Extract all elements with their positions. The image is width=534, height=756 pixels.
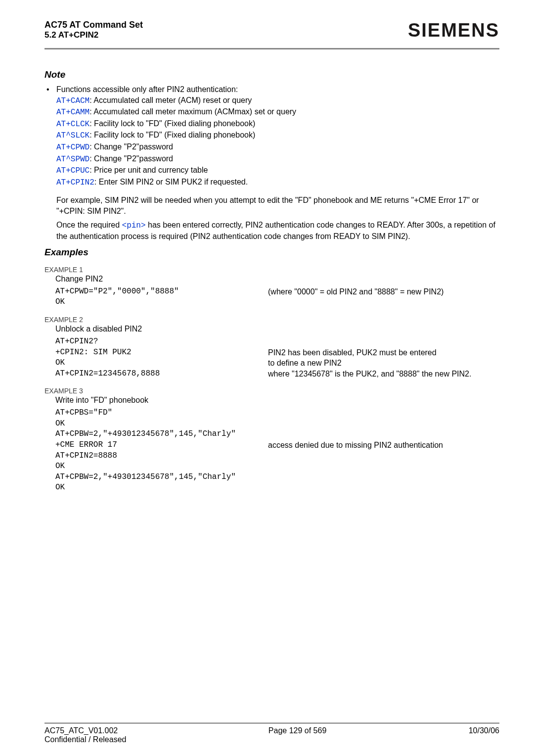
code-explanation: where "12345678" is the PUK2, and "8888"… <box>268 369 499 379</box>
note-heading: Note <box>44 69 499 80</box>
page-footer: AC75_ATC_V01.002 Confidential / Released… <box>44 723 499 744</box>
code-text: AT+CPIN2=8888 <box>55 451 268 462</box>
cmd-desc: : Price per unit and currency table <box>89 166 208 174</box>
cmd-desc: : Change "P2"password <box>89 142 173 151</box>
code-text: AT+CPBW=2,"+493012345678",145,"Charly" <box>55 472 268 483</box>
cmd-link[interactable]: AT^SLCK <box>56 131 89 140</box>
pin-param[interactable]: <pin> <box>122 221 146 230</box>
brand-logo: SIEMENS <box>408 20 499 41</box>
code-explanation: (where "0000" = old PIN2 and "8888" = ne… <box>268 286 499 297</box>
example-label: EXAMPLE 2 <box>44 316 499 324</box>
code-explanation <box>268 482 499 493</box>
cmd-desc: : Facility lock to "FD" (Fixed dialing p… <box>89 119 255 128</box>
code-row: AT+CPBW=2,"+493012345678",145,"Charly" <box>55 472 499 483</box>
code-row: AT+CPWD="P2","0000","8888" (where "0000"… <box>55 286 499 297</box>
examples-heading: Examples <box>44 247 499 258</box>
text: Once the required <box>56 221 122 229</box>
code-text: OK <box>55 358 268 369</box>
code-text: AT+CPWD="P2","0000","8888" <box>55 286 268 297</box>
example-desc: Change PIN2 <box>55 275 499 284</box>
code-text: +CPIN2: SIM PUK2 <box>55 347 268 358</box>
code-explanation <box>268 461 499 472</box>
code-row: OK <box>55 297 499 308</box>
code-row: AT+CPIN2=12345678,8888 where "12345678" … <box>55 369 499 379</box>
note-paragraph: For example, SIM PIN2 will be needed whe… <box>56 195 499 216</box>
example-label: EXAMPLE 3 <box>44 387 499 395</box>
code-row: AT+CPBS="FD" <box>55 408 499 419</box>
footer-left: AC75_ATC_V01.002 Confidential / Released <box>44 726 126 744</box>
code-explanation <box>268 419 499 429</box>
code-explanation <box>268 429 499 440</box>
note-list: Functions accessible only after PIN2 aut… <box>44 84 499 188</box>
code-text: AT+CPBW=2,"+493012345678",145,"Charly" <box>55 429 268 440</box>
note-intro: Functions accessible only after PIN2 aut… <box>56 85 238 94</box>
doc-title: AC75 AT Command Set <box>44 20 143 30</box>
note-item: Functions accessible only after PIN2 aut… <box>44 84 499 188</box>
cmd-desc: : Change "P2"password <box>89 154 173 163</box>
cmd-link[interactable]: AT+CLCK <box>56 120 89 129</box>
code-text: AT+CPBS="FD" <box>55 408 268 419</box>
code-row: AT+CPIN2=8888 <box>55 451 499 462</box>
code-text: AT+CPIN2? <box>55 336 268 347</box>
code-text: +CME ERROR 17 <box>55 440 268 451</box>
code-row: OK <box>55 482 499 493</box>
cmd-link[interactable]: AT+CPWD <box>56 143 89 152</box>
header-left: AC75 AT Command Set 5.2 AT+CPIN2 <box>44 20 143 40</box>
code-explanation: access denied due to missing PIN2 authen… <box>268 440 499 451</box>
code-explanation: to define a new PIN2 <box>268 358 499 369</box>
doc-version: AC75_ATC_V01.002 <box>44 726 118 735</box>
cmd-desc: : Accumulated call meter maximum (ACMmax… <box>89 107 296 116</box>
code-row: AT+CPIN2? <box>55 336 499 347</box>
code-text: OK <box>55 461 268 472</box>
code-row: +CPIN2: SIM PUK2 PIN2 has been disabled,… <box>55 347 499 358</box>
doc-confidentiality: Confidential / Released <box>44 735 126 744</box>
code-row: OK to define a new PIN2 <box>55 358 499 369</box>
cmd-desc: : Accumulated call meter (ACM) reset or … <box>89 96 252 104</box>
example-desc: Write into "FD" phonebook <box>55 396 499 405</box>
code-text: OK <box>55 482 268 493</box>
doc-subtitle: 5.2 AT+CPIN2 <box>44 30 143 40</box>
cmd-desc: : Enter SIM PIN2 or SIM PUK2 if requeste… <box>94 178 248 186</box>
page-number: Page 129 of 569 <box>268 726 326 744</box>
cmd-link[interactable]: AT+CPIN2 <box>56 178 94 187</box>
code-explanation: PIN2 has been disabled, PUK2 must be ent… <box>268 347 499 358</box>
code-text: AT+CPIN2=12345678,8888 <box>55 369 268 379</box>
example-label: EXAMPLE 1 <box>44 266 499 274</box>
code-explanation <box>268 297 499 308</box>
code-explanation <box>268 408 499 419</box>
code-row: OK <box>55 461 499 472</box>
code-text: OK <box>55 297 268 308</box>
cmd-desc: : Facility lock to "FD" (Fixed dialing p… <box>89 131 255 139</box>
doc-date: 10/30/06 <box>469 726 499 744</box>
code-text: OK <box>55 419 268 429</box>
code-explanation <box>268 451 499 462</box>
cmd-link[interactable]: AT+CAMM <box>56 108 89 117</box>
note-paragraph: Once the required <pin> has been entered… <box>56 220 499 242</box>
code-explanation <box>268 472 499 483</box>
code-row: OK <box>55 419 499 429</box>
cmd-link[interactable]: AT+CACM <box>56 96 89 105</box>
page-header: AC75 AT Command Set 5.2 AT+CPIN2 SIEMENS <box>44 20 499 49</box>
code-row: +CME ERROR 17 access denied due to missi… <box>55 440 499 451</box>
code-row: AT+CPBW=2,"+493012345678",145,"Charly" <box>55 429 499 440</box>
cmd-link[interactable]: AT+CPUC <box>56 166 89 175</box>
code-explanation <box>268 336 499 347</box>
example-desc: Unblock a disabled PIN2 <box>55 325 499 333</box>
page: AC75 AT Command Set 5.2 AT+CPIN2 SIEMENS… <box>0 0 534 756</box>
cmd-link[interactable]: AT^SPWD <box>56 155 89 164</box>
